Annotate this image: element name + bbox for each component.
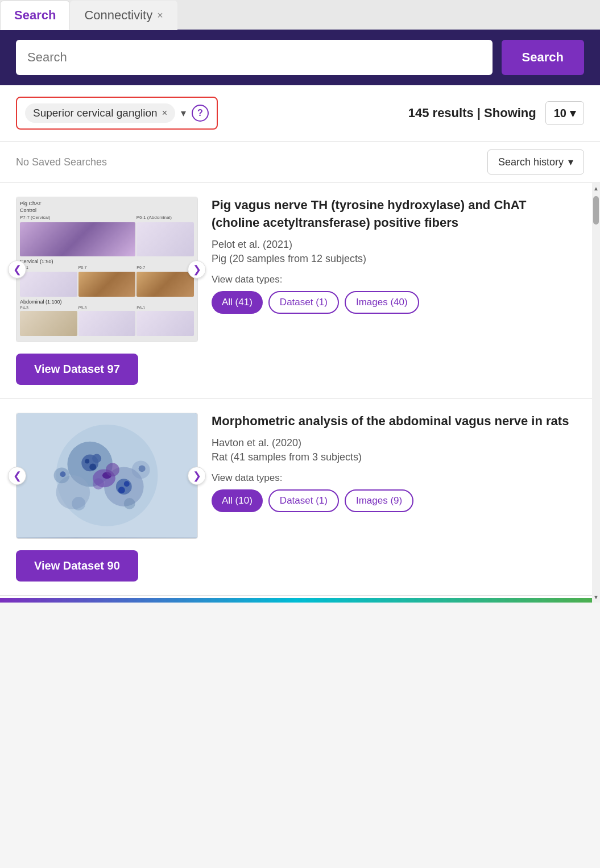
showing-chevron-icon: ▾: [570, 106, 576, 120]
result-author-2: Havton et al. (2020): [212, 437, 576, 449]
svg-point-8: [92, 454, 101, 463]
data-type-badges-2: All (10) Dataset (1) Images (9): [212, 489, 576, 512]
result-subject-1: Pig (20 samples from 12 subjects): [212, 253, 576, 265]
tab-connectivity-close[interactable]: ×: [157, 10, 163, 20]
bottom-color-bar: [0, 598, 592, 603]
result-author-1: Pelot et al. (2021): [212, 239, 576, 251]
tab-bar: Search Connectivity ×: [0, 0, 600, 30]
result-title-2: Morphometric analysis of the abdominal v…: [212, 413, 576, 430]
filter-row: Superior cervical ganglion × ▾ ? 145 res…: [0, 85, 600, 142]
carousel-left-2[interactable]: ❮: [8, 467, 26, 485]
scroll-up-arrow[interactable]: ▲: [593, 183, 599, 194]
pig-chat-image: Pig ChAT Control P7-7 (Cervical) P6-1 (A…: [16, 197, 197, 342]
view-dataset-btn-2[interactable]: View Dataset 90: [16, 550, 138, 582]
image-carousel-2: ❮: [16, 413, 198, 539]
result-card-1: ❮ Pig ChAT Control P7-7 (Cervical) P6-1 …: [0, 183, 592, 399]
carousel-inner-1: Pig ChAT Control P7-7 (Cervical) P6-1 (A…: [16, 197, 198, 342]
svg-point-20: [72, 497, 85, 510]
carousel-right-2[interactable]: ❯: [188, 467, 206, 485]
svg-point-14: [106, 463, 119, 476]
right-scrollbar: ▲ ▼: [592, 183, 600, 603]
search-history-chevron-icon: ▾: [568, 156, 573, 168]
image-carousel-1: ❮ Pig ChAT Control P7-7 (Cervical) P6-1 …: [16, 197, 198, 342]
search-bar-container: Search: [0, 30, 600, 85]
result-info-2: Morphometric analysis of the abdominal v…: [212, 413, 576, 512]
results-info: 145 results | Showing 10 ▾: [408, 101, 584, 125]
search-history-button[interactable]: Search history ▾: [487, 149, 584, 175]
result-card-1-content: ❮ Pig ChAT Control P7-7 (Cervical) P6-1 …: [16, 197, 576, 342]
scroll-down-arrow[interactable]: ▼: [593, 592, 599, 603]
results-wrapper: ❮ Pig ChAT Control P7-7 (Cervical) P6-1 …: [0, 183, 600, 603]
result-info-1: Pig vagus nerve TH (tyrosine hydroxylase…: [212, 197, 576, 314]
badge-images-1[interactable]: Images (40): [345, 291, 419, 314]
filter-tags-container: Superior cervical ganglion × ▾ ?: [16, 97, 218, 130]
showing-count-select[interactable]: 10 ▾: [545, 101, 584, 125]
vagus-nerve-image: [16, 413, 197, 538]
svg-point-15: [93, 478, 104, 489]
carousel-right-1[interactable]: ❯: [188, 260, 206, 279]
carousel-inner-2: [16, 413, 198, 539]
meta-row: No Saved Searches Search history ▾: [0, 142, 600, 183]
badge-dataset-2[interactable]: Dataset (1): [268, 489, 339, 512]
carousel-left-1[interactable]: ❮: [8, 260, 26, 279]
svg-point-7: [85, 459, 89, 463]
svg-point-19: [139, 465, 146, 472]
svg-point-21: [124, 498, 135, 509]
badge-images-2[interactable]: Images (9): [345, 489, 413, 512]
data-types-label-1: View data types:: [212, 274, 576, 285]
svg-point-11: [118, 487, 125, 493]
result-subject-2: Rat (41 samples from 3 subjects): [212, 451, 576, 463]
results-container: ❮ Pig ChAT Control P7-7 (Cervical) P6-1 …: [0, 183, 592, 603]
tab-connectivity[interactable]: Connectivity ×: [70, 1, 177, 30]
badge-all-2[interactable]: All (10): [212, 489, 263, 512]
badge-all-1[interactable]: All (41): [212, 291, 263, 314]
svg-point-17: [60, 471, 66, 477]
filter-chevron-icon[interactable]: ▾: [181, 107, 186, 119]
view-dataset-btn-1[interactable]: View Dataset 97: [16, 354, 138, 385]
filter-tag-close[interactable]: ×: [162, 108, 167, 118]
result-card-2: ❮: [0, 399, 592, 596]
svg-point-6: [89, 463, 96, 470]
result-card-2-content: ❮: [16, 413, 576, 539]
tab-search[interactable]: Search: [0, 1, 70, 30]
svg-point-10: [124, 481, 130, 487]
scroll-thumb[interactable]: [593, 196, 599, 225]
help-icon[interactable]: ?: [192, 105, 209, 122]
badge-dataset-1[interactable]: Dataset (1): [268, 291, 339, 314]
search-button[interactable]: Search: [502, 40, 584, 75]
data-types-label-2: View data types:: [212, 472, 576, 484]
result-title-1: Pig vagus nerve TH (tyrosine hydroxylase…: [212, 197, 576, 232]
data-type-badges-1: All (41) Dataset (1) Images (40): [212, 291, 576, 314]
search-input[interactable]: [16, 40, 493, 75]
filter-tag-superior-cervical: Superior cervical ganglion ×: [25, 103, 175, 123]
no-saved-searches-label: No Saved Searches: [16, 156, 107, 168]
